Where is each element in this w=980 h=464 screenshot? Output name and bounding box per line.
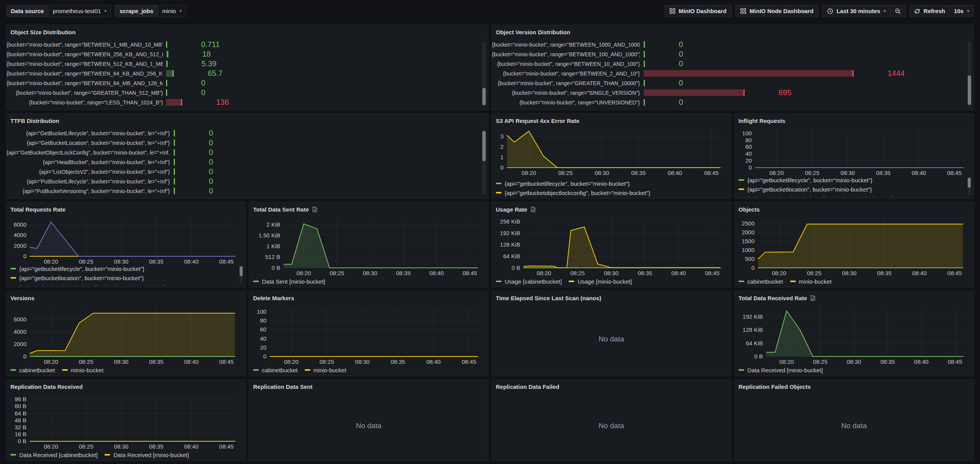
svg-text:08:20: 08:20	[297, 270, 311, 276]
legend-item[interactable]: Usage [cabinetbucket]	[496, 277, 562, 286]
svg-text:08:30: 08:30	[114, 443, 129, 450]
svg-text:08:40: 08:40	[184, 258, 199, 265]
legend-item[interactable]: {api="getbucketlifecycle", bucket="minio…	[10, 264, 236, 273]
panel-title[interactable]: Versions	[10, 295, 35, 301]
svg-text:08:20: 08:20	[522, 170, 536, 176]
panel-title[interactable]: Delete Markers	[253, 295, 294, 301]
legend-item[interactable]: {api="getbucketlifecycle", bucket="minio…	[496, 179, 722, 188]
bar-gauge-row-label: {bucket="minio-bucket", range="BETWEEN_2…	[7, 51, 163, 57]
timeseries-chart[interactable]: 020004000600008:2008:2508:3008:3508:4008…	[10, 213, 243, 266]
legend-item[interactable]: Data Received [cabinetbucket]	[10, 451, 97, 459]
legend-item[interactable]: {api="getbucketlocation", bucket="minio-…	[10, 274, 236, 282]
panel-header: Object Version Distribution	[492, 25, 973, 36]
legend-item[interactable]: minio-bucket	[62, 366, 104, 374]
panel-title[interactable]: TTFB Distribution	[10, 118, 59, 124]
variable-scrapejobs-select[interactable]: minio ▾	[158, 5, 186, 17]
svg-text:08:35: 08:35	[876, 170, 891, 176]
svg-text:80 B: 80 B	[15, 403, 27, 409]
bar-gauge-value: 0	[679, 40, 683, 49]
minio-node-dashboard-link-button[interactable]: MinIO Node Dashboard	[735, 5, 819, 17]
panel-title[interactable]: Objects	[738, 206, 760, 213]
panel-title[interactable]: Usage Rate	[496, 206, 527, 213]
bar-gauge-bar-zone: 5.39	[166, 59, 216, 68]
panel-title[interactable]: Object Size Distribution	[10, 29, 76, 35]
panel-scrollbar-thumb[interactable]	[482, 88, 486, 105]
panel-description-icon[interactable]	[312, 207, 317, 212]
legend-item[interactable]: minio-bucket	[790, 277, 832, 286]
legend-item[interactable]: Data Sent [minio-bucket]	[253, 277, 325, 286]
legend-item[interactable]: cabinetbucket	[253, 366, 298, 374]
svg-text:64 KiB: 64 KiB	[503, 253, 520, 259]
legend-overflow-row: {api="getbucketobjectlockconfig", bucket…	[738, 194, 964, 197]
bar-gauge-row: {api="HeadBucket", bucket="minio-bucket"…	[7, 157, 488, 167]
panel-title[interactable]: Object Version Distribution	[496, 29, 570, 35]
bar-gauge-value: 0	[679, 59, 683, 68]
svg-text:08:35: 08:35	[391, 358, 405, 365]
panel-title[interactable]: Total Requests Rate	[10, 206, 65, 213]
timeseries-chart[interactable]: 012308:2008:2508:3008:3508:4008:45	[495, 124, 728, 178]
legend-item[interactable]: {api="getbucketobjectlockconfig", bucket…	[738, 194, 964, 197]
legend-scrollbar-thumb[interactable]	[240, 266, 243, 276]
legend-item[interactable]: Usage [minio-bucket]	[569, 277, 632, 286]
bar-gauge-value: 695	[779, 88, 791, 97]
svg-text:08:30: 08:30	[595, 170, 609, 176]
legend-item[interactable]: cabinetbucket	[738, 277, 783, 286]
panel-title[interactable]: Replication Data Sent	[253, 383, 312, 390]
bar-gauge-bar-zone: 136	[166, 98, 229, 107]
bar-gauge-bar	[174, 140, 175, 146]
svg-text:08:30: 08:30	[114, 258, 129, 265]
legend-item[interactable]: minio-bucket	[305, 366, 346, 374]
legend-item[interactable]: Data Received [minio-bucket]	[738, 366, 823, 374]
bar-gauge-row-label: {bucket="minio-bucket", range="GREATER_T…	[7, 90, 163, 96]
legend-scrollbar-thumb[interactable]	[968, 178, 971, 188]
panel-title[interactable]: Time Elapsed Since Last Scan (nanos)	[496, 295, 601, 301]
refresh-interval-select[interactable]: 10s ▾	[949, 5, 973, 17]
bar-gauge-bar-zone: 0	[644, 40, 683, 49]
legend-item[interactable]: {api="getbucketobjectlockconfig", bucket…	[10, 283, 236, 286]
panel-title[interactable]: Inflight Requests	[738, 118, 785, 124]
panel-body: {api="GetBucketLifecycle", bucket="minio…	[7, 124, 488, 199]
timeseries-chart[interactable]: 0500100015002000250008:2008:2508:3008:35…	[738, 213, 971, 278]
panel-scrollbar-thumb[interactable]	[968, 76, 971, 105]
time-range-picker[interactable]: Last 30 minutes ▾	[823, 5, 890, 17]
svg-text:2: 2	[500, 143, 503, 150]
panel-description-icon[interactable]	[810, 295, 816, 301]
timeseries-chart[interactable]: 020004000600008:2008:2508:3008:3508:4008…	[10, 302, 243, 366]
panel-title[interactable]: Replication Data Failed	[496, 383, 559, 390]
refresh-button[interactable]: Refresh	[910, 5, 950, 17]
panel-title[interactable]: S3 API Request 4xx Error Rate	[496, 118, 579, 124]
legend-item[interactable]: Data Received [minio-bucket]	[104, 451, 189, 459]
bar-gauge-bar-zone: 0	[174, 148, 213, 157]
svg-text:128 KiB: 128 KiB	[500, 241, 520, 248]
refresh-label: Refresh	[924, 8, 945, 14]
svg-text:0 B: 0 B	[18, 438, 27, 444]
legend-item[interactable]: {api="getbucketlocation", bucket="minio-…	[738, 185, 964, 193]
legend-item[interactable]: cabinetbucket	[10, 366, 55, 374]
zoom-out-time-button[interactable]	[890, 5, 905, 17]
timeseries-chart[interactable]: 02040608010008:2008:2508:3008:3508:4008:…	[738, 124, 971, 178]
panel-title[interactable]: Total Data Sent Rate	[253, 206, 309, 213]
timeseries-chart[interactable]: 0 B16 B32 B48 B64 B80 B96 B08:2008:2508:…	[10, 390, 243, 451]
svg-text:08:30: 08:30	[604, 270, 619, 276]
legend-item[interactable]: {api="getbucketlifecycle", bucket="minio…	[738, 176, 964, 184]
bar-gauge-row: {bucket="minio-bucket", range="GREATER_T…	[492, 78, 973, 88]
variable-datasource-select[interactable]: prometheus-test01 ▾	[49, 5, 111, 17]
timeseries-chart[interactable]: 0 B512 B1 KiB1.50 KiB2 KiB08:2008:2508:3…	[252, 213, 486, 278]
panel-title[interactable]: Replication Data Received	[10, 383, 83, 390]
svg-text:2 KiB: 2 KiB	[267, 221, 280, 228]
bar-gauge-row: {bucket="minio-bucket", range="BETWEEN_1…	[492, 59, 973, 69]
svg-text:08:40: 08:40	[429, 270, 444, 276]
timeseries-chart[interactable]: 02040608010008:2008:2508:3008:3508:4008:…	[252, 302, 486, 366]
legend-item[interactable]: {api="getbucketobjectlockconfig", bucket…	[496, 188, 722, 197]
panel-scrollbar-thumb[interactable]	[482, 131, 486, 161]
legend-item-label: minio-bucket	[71, 367, 104, 373]
panel-description-icon[interactable]	[530, 207, 536, 212]
panel-title[interactable]: Replication Failed Objects	[738, 383, 811, 390]
svg-text:128 KiB: 128 KiB	[743, 326, 763, 333]
bar-gauge-row: {bucket="minio-bucket", range="GREATER_T…	[7, 88, 488, 98]
panel-title[interactable]: Total Data Received Rate	[738, 295, 807, 301]
timeseries-chart[interactable]: 0 B64 KiB128 KiB192 KiB08:2008:2508:3008…	[738, 302, 971, 366]
bar-gauge-row-label: {bucket="minio-bucket", range="BETWEEN_1…	[7, 42, 163, 48]
minio-dashboard-link-button[interactable]: MinIO Dashboard	[665, 5, 732, 17]
timeseries-chart[interactable]: 0 B64 KiB128 KiB192 KiB256 KiB08:2008:25…	[495, 213, 728, 278]
